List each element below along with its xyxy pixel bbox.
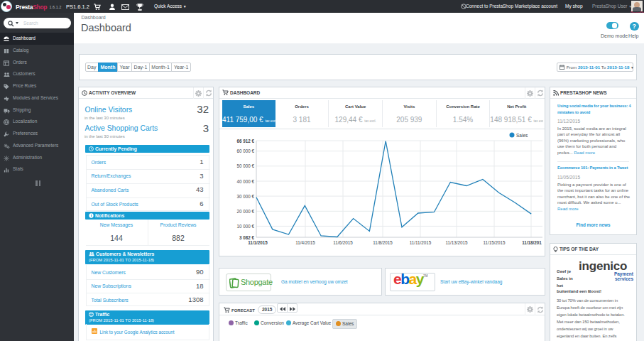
svg-text:11/18/201: 11/18/201: [522, 240, 542, 245]
svg-text:40 000 €: 40 000 €: [236, 179, 254, 184]
svg-text:30 000 €: 30 000 €: [236, 194, 254, 199]
svg-text:11/15/2015: 11/15/2015: [483, 240, 506, 245]
svg-text:11/4/2015: 11/4/2015: [295, 240, 315, 245]
svg-text:11/6/2015: 11/6/2015: [333, 240, 353, 245]
svg-text:11/11/2015: 11/11/2015: [410, 240, 432, 245]
svg-text:11/1/2015: 11/1/2015: [248, 240, 268, 245]
svg-text:20 000 €: 20 000 €: [236, 209, 254, 214]
svg-text:11/8/2015: 11/8/2015: [373, 240, 393, 245]
svg-text:10 000 €: 10 000 €: [236, 224, 254, 229]
svg-text:11/13/2015: 11/13/2015: [445, 240, 468, 245]
svg-text:Sales: Sales: [516, 133, 528, 138]
svg-text:66 912 €: 66 912 €: [236, 139, 254, 144]
svg-text:50 000 €: 50 000 €: [236, 163, 254, 168]
svg-text:3 082 €: 3 082 €: [239, 235, 255, 240]
svg-text:60 000 €: 60 000 €: [236, 148, 254, 153]
